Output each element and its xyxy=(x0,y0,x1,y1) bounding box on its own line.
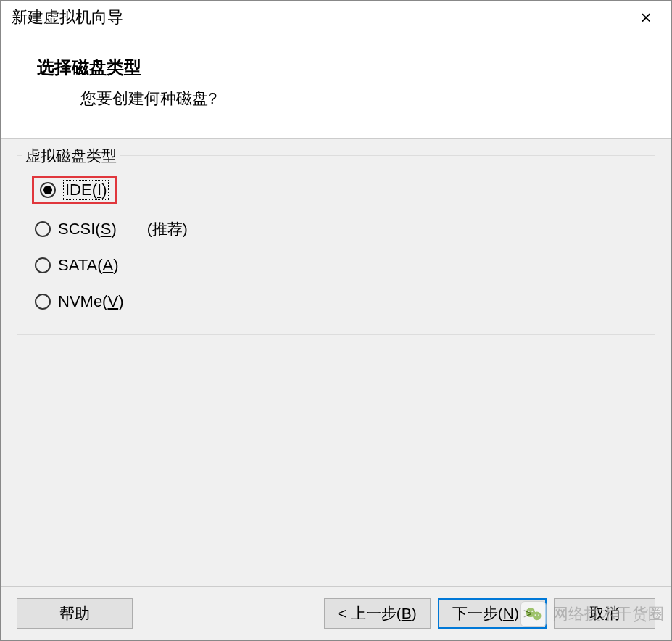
radio-option-nvme[interactable]: NVMe(V) xyxy=(32,291,126,313)
radio-row-sata: SATA(A) xyxy=(32,255,644,276)
radio-icon xyxy=(40,182,56,198)
help-button[interactable]: 帮助 xyxy=(17,598,133,629)
radio-row-scsi: SCSI(S) (推荐) xyxy=(32,218,644,240)
radio-label-ide: IDE(I) xyxy=(63,180,109,200)
close-icon: × xyxy=(640,7,651,29)
radio-label-sata: SATA(A) xyxy=(58,256,119,275)
page-title: 选择磁盘类型 xyxy=(37,56,635,79)
window-title: 新建虚拟机向导 xyxy=(12,7,123,28)
next-button[interactable]: 下一步(N) > xyxy=(438,598,547,629)
disk-type-fieldset: 虚拟磁盘类型 IDE(I) SCSI(S) (推荐) xyxy=(17,155,655,335)
radio-option-sata[interactable]: SATA(A) xyxy=(32,255,122,276)
footer-left: 帮助 xyxy=(17,598,133,629)
fieldset-legend: 虚拟磁盘类型 xyxy=(22,146,120,166)
footer-right: < 上一步(B) 下一步(N) > 取消 xyxy=(324,598,655,629)
header-section: 选择磁盘类型 您要创建何种磁盘? xyxy=(1,34,671,139)
content-section: 虚拟磁盘类型 IDE(I) SCSI(S) (推荐) xyxy=(1,139,671,586)
radio-row-ide: IDE(I) xyxy=(32,176,644,204)
page-subtitle: 您要创建何种磁盘? xyxy=(80,88,635,109)
footer-section: 帮助 < 上一步(B) 下一步(N) > 取消 xyxy=(1,586,671,640)
radio-icon xyxy=(35,294,51,310)
radio-row-nvme: NVMe(V) xyxy=(32,291,644,313)
back-button[interactable]: < 上一步(B) xyxy=(324,598,431,629)
wizard-dialog: 新建虚拟机向导 × 选择磁盘类型 您要创建何种磁盘? 虚拟磁盘类型 IDE(I) xyxy=(0,0,672,641)
cancel-button[interactable]: 取消 xyxy=(554,598,655,629)
radio-label-scsi: SCSI(S) xyxy=(58,220,117,239)
radio-group: IDE(I) SCSI(S) (推荐) SATA(A) xyxy=(28,170,644,313)
radio-option-ide[interactable]: IDE(I) xyxy=(32,176,117,204)
title-bar: 新建虚拟机向导 × xyxy=(1,1,671,34)
radio-label-nvme: NVMe(V) xyxy=(58,292,123,311)
close-button[interactable]: × xyxy=(631,7,660,28)
radio-option-scsi[interactable]: SCSI(S) xyxy=(32,218,120,240)
radio-icon xyxy=(35,221,51,237)
radio-hint-scsi: (推荐) xyxy=(147,219,188,239)
radio-icon xyxy=(35,257,51,273)
